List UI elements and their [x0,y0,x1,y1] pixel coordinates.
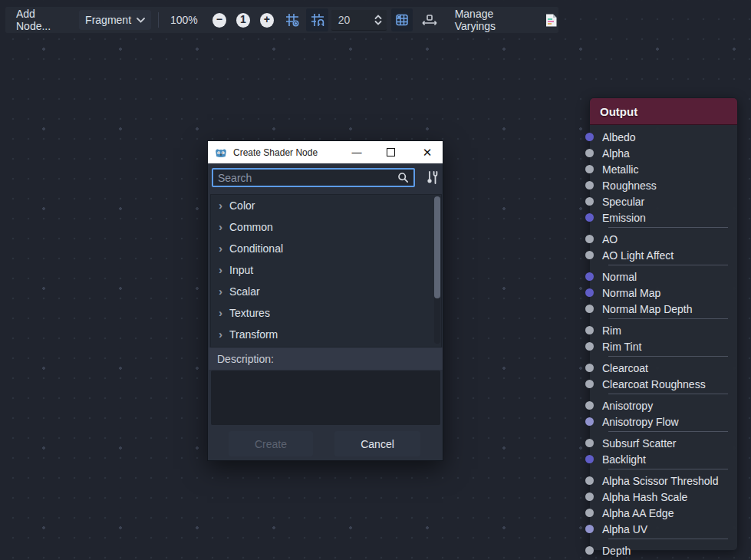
zoom-in-button[interactable]: + [260,13,274,28]
close-button[interactable]: ✕ [415,141,440,163]
output-node[interactable]: Output AlbedoAlphaMetallicRoughnessSpecu… [589,97,738,551]
tree-item-common[interactable]: ›Common [211,216,441,238]
port-row: Alpha UV [590,521,737,537]
output-ports: AlbedoAlphaMetallicRoughnessSpecularEmis… [590,125,737,558]
port-label: Depth [602,545,631,557]
port-row: Anisotropy Flow [590,413,737,430]
dialog-titlebar[interactable]: Create Shader Node — ✕ [208,141,443,163]
output-node-header[interactable]: Output [590,98,737,125]
port-connector[interactable] [585,476,594,485]
port-connector[interactable] [585,149,594,157]
description-label: Description: [209,348,443,370]
zoom-reset-button[interactable]: 1 [236,13,250,28]
tree-item-transform[interactable]: ›Transform [211,324,441,345]
port-row: Alpha AA Edge [590,505,737,521]
port-label: Roughness [602,180,657,192]
tree-item-scalar[interactable]: ›Scalar [211,281,441,302]
tree-item-label: Common [229,221,273,233]
tree-item-input[interactable]: ›Input [211,259,441,281]
port-label: Rim [602,324,621,337]
chevron-right-icon: › [219,242,229,255]
port-connector[interactable] [585,326,594,334]
port-row: Alpha Scissor Threshold [590,473,737,489]
port-label: Emission [602,212,646,224]
port-connector[interactable] [585,181,594,189]
tree-item-conditional[interactable]: ›Conditional [211,238,441,259]
port-label: Specular [602,196,644,208]
port-connector[interactable] [585,439,594,447]
port-label: AO Light Affect [602,249,674,262]
shader-stage-dropdown[interactable]: Fragment [79,10,151,30]
port-label: Subsurf Scatter [602,437,677,450]
port-label: Alpha AA Edge [602,507,674,519]
minimap-icon [394,12,410,28]
port-row: Roughness [590,177,737,193]
chevron-right-icon: › [219,285,229,298]
port-group-separator [608,356,728,358]
port-group-separator [608,469,728,471]
shader-file-button[interactable] [544,13,558,28]
tree-list: ›Color›Common›Conditional›Input›Scalar›T… [210,194,442,348]
port-connector[interactable] [585,546,594,555]
port-connector[interactable] [585,165,594,173]
tree-item-textures[interactable]: ›Textures [211,302,441,324]
port-label: Anisotropy Flow [602,416,679,428]
chevron-right-icon: › [219,328,229,341]
port-row: Specular [590,193,737,209]
port-label: Backlight [602,453,646,466]
port-connector[interactable] [585,455,594,463]
toggle-minimap-button[interactable] [391,8,413,31]
port-row: Clearcoat Roughness [590,376,737,392]
cancel-button[interactable]: Cancel [334,431,420,456]
minimize-button[interactable]: — [344,141,369,163]
port-connector[interactable] [585,305,594,313]
toggle-grid-button[interactable] [282,8,303,31]
port-connector[interactable] [585,213,594,222]
port-connector[interactable] [585,251,594,259]
port-label: Albedo [602,131,636,143]
port-connector[interactable] [585,133,594,141]
toolbar-separator [158,12,159,28]
port-connector[interactable] [585,288,594,297]
snap-distance-spinbox[interactable]: 20 [331,10,387,31]
maximize-button[interactable] [378,141,403,163]
port-connector[interactable] [585,525,594,533]
port-connector[interactable] [585,509,594,517]
add-node-button[interactable]: Add Node... [12,8,74,32]
port-connector[interactable] [585,342,594,351]
port-label: Normal Map Depth [602,303,693,315]
manage-varyings-button[interactable]: Manage Varyings [450,8,538,32]
chevron-right-icon: › [219,263,229,276]
port-connector[interactable] [585,417,594,426]
chevron-down-icon [137,18,145,23]
arrange-nodes-icon [421,12,438,28]
port-connector[interactable] [585,197,594,206]
port-row: Depth [590,542,737,558]
port-row: Rim Tint [590,338,737,354]
filter-options-button[interactable] [425,170,440,186]
port-label: Normal [602,271,637,283]
port-label: Alpha [602,147,630,160]
search-placeholder: Search [213,172,397,184]
zoom-out-button[interactable]: − [212,13,226,28]
arrange-nodes-button[interactable] [419,8,440,31]
tree-item-color[interactable]: ›Color [211,195,441,216]
create-shader-node-dialog: Create Shader Node — ✕ Search ›Color›Com… [207,140,443,461]
toggle-snapping-button[interactable] [306,8,328,31]
port-connector[interactable] [585,364,594,372]
tree-item-label: Conditional [229,242,283,255]
port-connector[interactable] [585,380,594,388]
spinbox-updown-icon[interactable] [374,14,387,26]
port-group-separator [608,265,728,267]
port-connector[interactable] [585,401,594,410]
search-input[interactable]: Search [212,168,415,187]
port-connector[interactable] [585,272,594,281]
port-label: Rim Tint [602,341,641,353]
port-row: Alpha [590,145,737,161]
port-connector[interactable] [585,492,594,501]
create-button[interactable]: Create [229,431,313,456]
dialog-title: Create Shader Node [233,147,318,158]
tree-item-label: Input [229,264,253,276]
port-connector[interactable] [585,235,594,243]
port-row: Metallic [590,161,737,177]
